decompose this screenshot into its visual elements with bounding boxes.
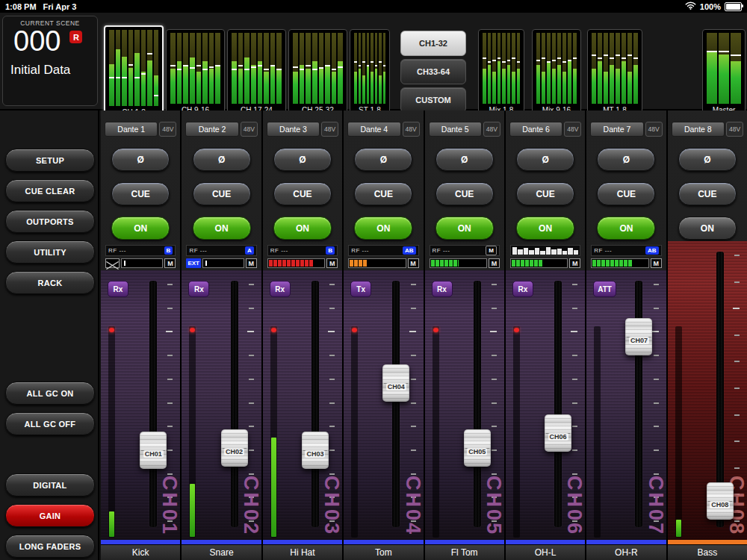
on-button[interactable]: ON: [111, 217, 170, 240]
meter-lit-zone: [354, 72, 357, 104]
bank-thumb-ch-17-24[interactable]: CH 17-24: [227, 29, 286, 117]
cue-button[interactable]: CUE: [597, 182, 655, 205]
on-button[interactable]: ON: [273, 217, 332, 240]
input-patch-button[interactable]: Dante 5: [429, 122, 482, 137]
fader-cap[interactable]: CH01: [140, 432, 167, 469]
fader-position-tick: [371, 61, 374, 63]
scale-tick: [249, 402, 254, 404]
bank-button-custom[interactable]: CUSTOM: [400, 87, 466, 113]
scale-tick: [329, 473, 335, 475]
on-button[interactable]: ON: [354, 217, 412, 240]
sidebar-button-outports[interactable]: OUTPORTS: [5, 210, 95, 233]
bank-thumb-st-1-8[interactable]: ST 1-8: [350, 29, 390, 117]
phase-button[interactable]: Ø: [436, 148, 494, 171]
fader-cap[interactable]: CH05: [464, 429, 491, 467]
input-patch-button[interactable]: Dante 7: [590, 122, 643, 137]
phantom-48v-badge: 48V: [564, 122, 581, 137]
cue-button[interactable]: CUE: [111, 182, 170, 205]
fader-cap[interactable]: CH07: [625, 318, 652, 355]
channel-name[interactable]: Kick: [101, 544, 180, 560]
input-patch-button[interactable]: Dante 3: [267, 122, 320, 137]
phase-button[interactable]: Ø: [354, 148, 412, 171]
bank-button-ch1-32[interactable]: CH1-32: [400, 31, 466, 56]
meter-unlit-zone: [354, 33, 357, 72]
channel-name[interactable]: Tom: [344, 544, 423, 560]
fader-cap[interactable]: CH06: [545, 414, 571, 452]
bank-button-ch33-64[interactable]: CH33-64: [400, 59, 466, 84]
phase-button[interactable]: Ø: [193, 148, 251, 171]
fader-position-tick: [616, 55, 620, 56]
scale-tick: [411, 473, 416, 475]
fader-position-tick: [610, 57, 614, 59]
bank-thumb-mix-1-8[interactable]: Mix 1-8: [478, 29, 524, 117]
meter-bar: [122, 30, 127, 106]
meter-lit-zone: [598, 61, 602, 104]
meter-bars: [167, 30, 224, 105]
input-patch-button[interactable]: Dante 1: [105, 122, 158, 137]
bank-thumb-master[interactable]: Master: [702, 29, 746, 117]
fader-cap[interactable]: CH02: [221, 429, 248, 467]
fader-cap-label: CH08: [710, 501, 730, 508]
scale-tick: [572, 284, 577, 285]
cue-button[interactable]: CUE: [436, 182, 494, 205]
on-button[interactable]: ON: [193, 217, 251, 240]
meter-lit-zone: [270, 65, 276, 104]
channel-name[interactable]: Hi Hat: [263, 544, 342, 560]
meter-lit-zone: [362, 75, 365, 104]
scale-tick: [492, 473, 497, 475]
meter-unlit-zone: [116, 30, 121, 49]
channel-name[interactable]: Fl Tom: [425, 544, 504, 560]
bank-thumb-mix-9-16[interactable]: Mix 9-16: [532, 29, 581, 117]
scale-tick: [167, 284, 173, 285]
cue-button[interactable]: CUE: [516, 182, 574, 205]
sidebar-button-digital[interactable]: DIGITAL: [5, 473, 95, 497]
meter-bar: [498, 33, 501, 104]
sidebar-button-all-gc-off[interactable]: ALL GC OFF: [5, 412, 95, 435]
fader-cap[interactable]: CH04: [382, 364, 409, 402]
sidebar-button-long-faders[interactable]: LONG FADERS: [5, 535, 95, 558]
phase-button[interactable]: Ø: [516, 148, 574, 171]
sidebar-button-rack[interactable]: RACK: [5, 271, 95, 294]
scale-tick: [572, 402, 577, 404]
cue-button[interactable]: CUE: [678, 182, 737, 205]
fader-cap[interactable]: CH08: [707, 482, 734, 520]
input-patch-button[interactable]: Dante 4: [347, 122, 400, 137]
sidebar-button-gain[interactable]: GAIN: [5, 504, 95, 527]
sidebar-button-all-gc-on[interactable]: ALL GC ON: [5, 382, 95, 405]
bank-thumb-ch-25-32[interactable]: CH 25-32: [288, 29, 347, 117]
on-button[interactable]: ON: [597, 217, 655, 240]
channel-name[interactable]: Snare: [182, 544, 261, 560]
bank-thumb-ch-9-16[interactable]: CH 9-16: [166, 29, 225, 117]
rf-meter-bar: [512, 247, 517, 255]
sidebar-button-setup[interactable]: SETUP: [5, 149, 95, 172]
phase-button[interactable]: Ø: [111, 148, 170, 171]
sidebar-button-utility[interactable]: UTILITY: [5, 240, 95, 264]
meter-bars: [533, 30, 580, 105]
fader-area: CH08CH08: [668, 241, 747, 540]
fader-cap[interactable]: CH03: [302, 432, 329, 469]
input-patch-button[interactable]: Dante 6: [509, 122, 562, 137]
channel-name[interactable]: OH-L: [506, 544, 585, 560]
cue-button[interactable]: CUE: [354, 182, 412, 205]
rf-label: RF ---: [351, 247, 403, 254]
on-button[interactable]: ON: [436, 217, 494, 240]
channel-name[interactable]: Bass: [668, 544, 747, 560]
fader-position-tick: [116, 77, 121, 78]
battery-row: M: [510, 258, 580, 269]
input-patch-button[interactable]: Dante 8: [672, 122, 725, 137]
input-patch-button[interactable]: Dante 2: [185, 122, 238, 137]
channel-name[interactable]: OH-R: [586, 544, 666, 560]
on-button[interactable]: ON: [678, 217, 737, 240]
sidebar-button-cue-clear[interactable]: CUE CLEAR: [5, 179, 95, 202]
phase-button[interactable]: Ø: [273, 148, 332, 171]
scene-panel[interactable]: CURRENT SCENE 000 R Initial Data: [2, 16, 98, 106]
phase-button[interactable]: Ø: [678, 148, 737, 171]
cue-button[interactable]: CUE: [193, 182, 251, 205]
channel-strip-ch04: Dante 448VØCUEONRF ---ABMTxCH04CH04Tom: [344, 111, 423, 560]
phase-button[interactable]: Ø: [597, 148, 655, 171]
cue-button[interactable]: CUE: [273, 182, 332, 205]
bank-thumb-mt-1-8[interactable]: MT 1-8: [587, 29, 642, 117]
meter-unlit-zone: [568, 33, 571, 61]
on-button[interactable]: ON: [516, 217, 574, 240]
bank-thumb-ch-1-8[interactable]: CH 1-8: [104, 25, 164, 120]
